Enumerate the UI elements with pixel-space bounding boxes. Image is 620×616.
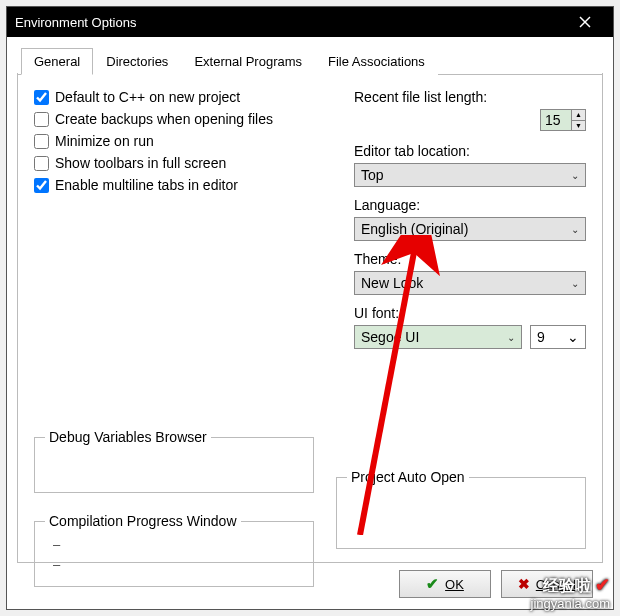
check-multiline-tabs-label: Enable multiline tabs in editor bbox=[55, 177, 238, 193]
group-debug-legend: Debug Variables Browser bbox=[45, 429, 211, 445]
chevron-down-icon: ⌄ bbox=[571, 170, 579, 181]
language-label: Language: bbox=[354, 197, 586, 213]
editor-tab-location-label: Editor tab location: bbox=[354, 143, 586, 159]
check-icon: ✔ bbox=[426, 575, 439, 593]
tab-bar: General Directories External Programs Fi… bbox=[17, 47, 603, 75]
title-bar: Environment Options bbox=[7, 7, 613, 37]
check-multiline-tabs[interactable]: Enable multiline tabs in editor bbox=[34, 177, 344, 193]
comp-item-1: – bbox=[53, 535, 303, 555]
tab-directories[interactable]: Directories bbox=[93, 48, 181, 75]
check-toolbars-fullscreen[interactable]: Show toolbars in full screen bbox=[34, 155, 344, 171]
group-comp-legend: Compilation Progress Window bbox=[45, 513, 241, 529]
spinner-down[interactable]: ▼ bbox=[572, 121, 585, 131]
check-default-cpp[interactable]: Default to C++ on new project bbox=[34, 89, 344, 105]
ui-font-combo[interactable]: Segoe UI ⌄ bbox=[354, 325, 522, 349]
left-column: Default to C++ on new project Create bac… bbox=[34, 89, 344, 349]
cancel-button[interactable]: ✖ Cancel bbox=[501, 570, 593, 598]
cancel-label: Cancel bbox=[536, 577, 576, 592]
check-toolbars-fullscreen-label: Show toolbars in full screen bbox=[55, 155, 226, 171]
chevron-down-icon: ⌄ bbox=[571, 224, 579, 235]
theme-value: New Look bbox=[361, 275, 423, 291]
recent-list-label: Recent file list length: bbox=[354, 89, 586, 105]
cross-icon: ✖ bbox=[518, 576, 530, 592]
check-minimize-run[interactable]: Minimize on run bbox=[34, 133, 344, 149]
ok-button[interactable]: ✔ OK bbox=[399, 570, 491, 598]
editor-tab-location-combo[interactable]: Top ⌄ bbox=[354, 163, 586, 187]
ui-font-size-combo[interactable]: 9 ⌄ bbox=[530, 325, 586, 349]
check-create-backups[interactable]: Create backups when opening files bbox=[34, 111, 344, 127]
check-create-backups-label: Create backups when opening files bbox=[55, 111, 273, 127]
tab-external-programs[interactable]: External Programs bbox=[181, 48, 315, 75]
check-default-cpp-label: Default to C++ on new project bbox=[55, 89, 240, 105]
recent-list-input[interactable] bbox=[541, 110, 571, 130]
editor-tab-location-value: Top bbox=[361, 167, 384, 183]
ui-font-label: UI font: bbox=[354, 305, 586, 321]
tab-general[interactable]: General bbox=[21, 48, 93, 75]
language-combo[interactable]: English (Original) ⌄ bbox=[354, 217, 586, 241]
window-title: Environment Options bbox=[15, 15, 565, 30]
recent-list-spinner[interactable]: ▲ ▼ bbox=[540, 109, 586, 131]
tab-file-associations[interactable]: File Associations bbox=[315, 48, 438, 75]
theme-combo[interactable]: New Look ⌄ bbox=[354, 271, 586, 295]
ui-font-value: Segoe UI bbox=[361, 329, 419, 345]
chevron-down-icon: ⌄ bbox=[571, 278, 579, 289]
group-debug-variables-browser: Debug Variables Browser bbox=[34, 429, 314, 493]
window-frame: Environment Options General Directories … bbox=[6, 6, 614, 610]
check-minimize-run-box[interactable] bbox=[34, 134, 49, 149]
ok-label: OK bbox=[445, 577, 464, 592]
language-value: English (Original) bbox=[361, 221, 468, 237]
ui-font-size-value: 9 bbox=[537, 329, 545, 345]
tab-panel-general: Default to C++ on new project Create bac… bbox=[17, 73, 603, 563]
theme-label: Theme: bbox=[354, 251, 586, 267]
close-icon bbox=[579, 16, 591, 28]
close-button[interactable] bbox=[565, 7, 605, 37]
check-create-backups-box[interactable] bbox=[34, 112, 49, 127]
spinner-up[interactable]: ▲ bbox=[572, 110, 585, 121]
chevron-down-icon: ⌄ bbox=[507, 332, 515, 343]
check-toolbars-fullscreen-box[interactable] bbox=[34, 156, 49, 171]
button-row: ✔ OK ✖ Cancel bbox=[17, 567, 603, 601]
check-default-cpp-box[interactable] bbox=[34, 90, 49, 105]
right-column: Recent file list length: ▲ ▼ Editor tab … bbox=[344, 89, 586, 349]
group-proj-legend: Project Auto Open bbox=[347, 469, 469, 485]
chevron-down-icon: ⌄ bbox=[567, 329, 579, 345]
check-minimize-run-label: Minimize on run bbox=[55, 133, 154, 149]
group-project-auto-open: Project Auto Open bbox=[336, 469, 586, 549]
check-multiline-tabs-box[interactable] bbox=[34, 178, 49, 193]
